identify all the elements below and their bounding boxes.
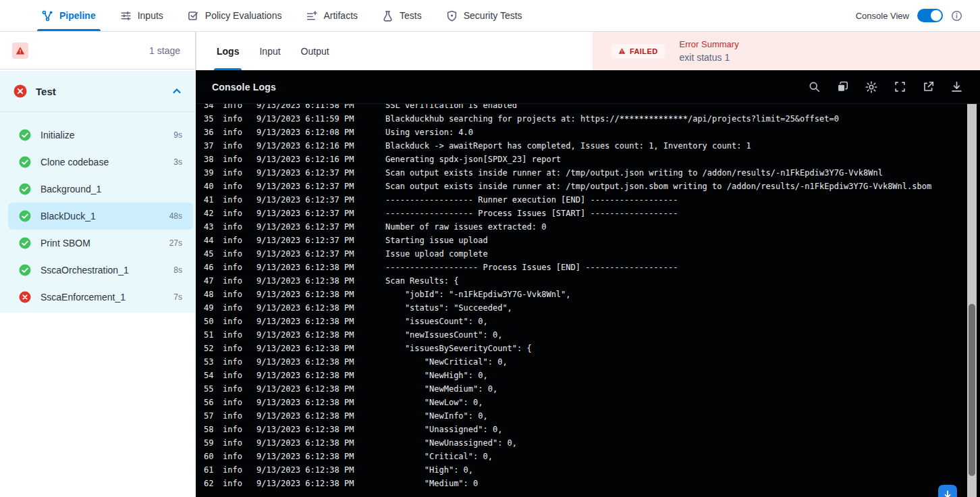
log-level: info [223,261,242,274]
log-line-number: 59 [204,436,213,450]
step-success-icon [19,264,31,276]
sidebar-summary-row: 1 stage [0,32,196,70]
log-line-number: 54 [204,369,213,382]
log-line-number: 39 [204,166,213,180]
tab-logs[interactable]: Logs [217,32,239,70]
step-duration: 48s [169,211,182,221]
log-line: 56 info 9/13/2023 6:12:38 PM "NewLow": 0… [204,396,980,409]
log-message: SSL verification is enabled [385,104,517,112]
download-icon[interactable] [951,81,962,93]
step-row[interactable]: Background_1 [8,176,193,203]
stage-count: 1 stage [149,45,180,56]
pipeline-icon [42,10,53,22]
copy-icon[interactable] [837,81,848,93]
log-message: "High": 0, [385,463,473,477]
log-level: info [223,301,242,315]
log-line-number: 52 [204,342,213,355]
tab-input[interactable]: Input [259,32,280,70]
inputs-icon [120,10,132,22]
stage-failed-icon [13,84,27,98]
console-view-toggle[interactable] [917,9,943,22]
search-icon[interactable] [809,81,820,93]
log-level: info [223,207,242,220]
log-timestamp: 9/13/2023 6:12:37 PM [256,193,354,207]
step-row[interactable]: Initialize 9s [8,122,193,149]
tab-tests-label: Tests [400,10,422,21]
tab-policy-evaluations[interactable]: Policy Evaluations [188,0,282,31]
log-timestamp: 9/13/2023 6:12:37 PM [256,234,354,247]
log-message: Generating spdx-json[SPDX_23] report [385,153,561,166]
log-level: info [223,355,242,369]
log-level: info [223,247,242,261]
tab-security-tests[interactable]: Security Tests [446,0,522,31]
log-line-number: 35 [204,112,213,126]
log-timestamp: 9/13/2023 6:12:38 PM [256,288,354,301]
tab-artifacts[interactable]: Artifacts [306,0,358,31]
error-summary-texts: Error Summary exit status 1 [680,39,739,63]
log-timestamp: 9/13/2023 6:12:37 PM [256,207,354,220]
log-message: "jobId": "-n1FkEpdiw3Y7G-Vvk8Wnl", [385,288,571,301]
log-line-number: 58 [204,423,213,436]
log-level: info [223,104,242,112]
log-message: "Unassigned": 0, [385,423,502,436]
step-row[interactable]: BlackDuck_1 48s [8,203,193,230]
tab-input-label: Input [259,46,280,57]
log-level: info [223,126,242,139]
chevron-up-icon[interactable] [171,86,182,97]
log-line-number: 45 [204,247,213,261]
log-timestamp: 9/13/2023 6:11:58 PM [256,104,354,112]
open-in-new-icon[interactable] [923,81,934,93]
failed-badge-label: FAILED [630,47,658,55]
log-timestamp: 9/13/2023 6:12:38 PM [256,369,354,382]
log-message: "NewCritical": 0, [385,355,508,369]
log-timestamp: 9/13/2023 6:12:38 PM [256,382,354,396]
tab-output-label: Output [301,46,329,57]
tab-output[interactable]: Output [301,32,329,70]
step-row[interactable]: Clone codebase 3s [8,149,193,176]
log-timestamp: 9/13/2023 6:12:37 PM [256,247,354,261]
log-line-number: 36 [204,126,213,139]
tab-tests[interactable]: Tests [382,0,422,31]
console-scrollbar-thumb[interactable] [969,304,975,476]
log-timestamp: 9/13/2023 6:12:38 PM [256,342,354,355]
log-timestamp: 9/13/2023 6:12:38 PM [256,396,354,409]
tab-pipeline[interactable]: Pipeline [42,0,96,31]
step-row[interactable]: SscaOrchestration_1 8s [8,257,193,284]
log-message: Starting issue upload [385,234,488,247]
tab-inputs[interactable]: Inputs [120,0,163,31]
artifacts-icon [306,10,317,22]
shield-icon [446,10,458,22]
log-line: 53 info 9/13/2023 6:12:38 PM "NewCritica… [204,355,980,369]
step-duration: 9s [173,130,182,140]
log-line: 60 info 9/13/2023 6:12:38 PM "Critical":… [204,450,980,463]
log-level: info [223,180,242,193]
log-timestamp: 9/13/2023 6:11:59 PM [256,112,354,126]
console-view-label: Console View [856,11,909,21]
console-title: Console Logs [212,82,276,93]
info-icon[interactable] [951,10,962,22]
log-lines: 34 info 9/13/2023 6:11:58 PM SSL verific… [196,104,980,490]
settings-gear-icon[interactable] [865,81,877,93]
tab-artifacts-label: Artifacts [323,10,358,21]
log-message: ------------------ Process Issues [START… [385,207,678,220]
step-name: BlackDuck_1 [40,211,169,221]
log-message: "newIssuesCount": 0, [385,328,502,342]
step-row[interactable]: Print SBOM 27s [8,230,193,257]
policy-check-icon [188,10,199,22]
log-level: info [223,153,242,166]
fullscreen-icon[interactable] [894,81,906,93]
log-timestamp: 9/13/2023 6:12:38 PM [256,450,354,463]
log-timestamp: 9/13/2023 6:12:38 PM [256,328,354,342]
pipeline-nav-tabs: Pipeline Inputs Policy Evaluations [42,0,522,31]
scroll-to-bottom-button[interactable] [938,485,957,497]
stage-name: Test [36,86,171,97]
log-level: info [223,139,242,153]
stage-header-test[interactable]: Test [0,71,196,112]
tab-inputs-label: Inputs [138,10,163,21]
failed-warning-icon [618,47,626,55]
step-row[interactable]: SscaEnforcement_1 7s [8,284,193,311]
console-scrollbar-track[interactable] [967,104,977,497]
log-message: Issue upload complete [385,247,488,261]
log-message: "issuesBySeverityCount": { [385,342,532,355]
log-message: ------------------- Process Issues [END]… [385,261,678,274]
